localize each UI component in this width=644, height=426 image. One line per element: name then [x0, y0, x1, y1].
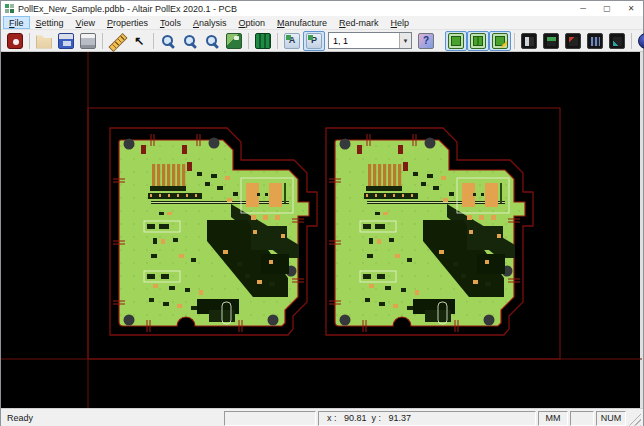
save-icon — [58, 33, 74, 49]
menu-item-label: Tools — [160, 18, 181, 28]
measure-button[interactable] — [106, 31, 128, 51]
menu-item-label: Analysis — [193, 18, 227, 28]
status-units: MM — [538, 411, 568, 426]
board-position-combo[interactable]: 1, 1▼ — [328, 32, 412, 49]
toolbar-separator — [514, 33, 515, 49]
pcb-canvas[interactable] — [1, 52, 643, 408]
pcb-board-left — [110, 128, 317, 335]
status-coordinates: x : 90.81 y : 91.37 — [318, 411, 536, 426]
window-title: PollEx_New_Sample.pdbb - Altair PollEx 2… — [18, 4, 571, 14]
measure-icon — [109, 33, 125, 49]
menu-item-setting[interactable]: Setting — [30, 16, 70, 29]
part-layer-icon: P — [306, 33, 322, 49]
title-bar: PollEx_New_Sample.pdbb - Altair PollEx 2… — [1, 1, 643, 16]
open-folder-icon — [36, 33, 52, 49]
menu-item-red-mark[interactable]: Red-mark — [333, 16, 385, 29]
layer-top-button[interactable] — [518, 31, 540, 51]
menu-item-help[interactable]: Help — [385, 16, 416, 29]
combo-value: 1, 1 — [333, 36, 348, 46]
layer-bottom-button[interactable] — [540, 31, 562, 51]
print-icon — [80, 33, 96, 49]
select-arrow-button[interactable]: ↖ — [128, 31, 150, 51]
layer-drill-button[interactable] — [606, 31, 628, 51]
pcb-board-right — [326, 128, 533, 335]
select-arrow-icon: ↖ — [131, 33, 147, 49]
toolbar-separator — [248, 33, 249, 49]
layer-bottom-icon — [543, 33, 559, 49]
artwork-layer-button[interactable]: A — [281, 31, 303, 51]
zoom-in-button[interactable]: + — [157, 31, 179, 51]
board-edit-icon — [492, 33, 508, 49]
menu-item-analysis[interactable]: Analysis — [187, 16, 233, 29]
status-empty-panel — [224, 411, 316, 426]
menu-item-file[interactable]: File — [3, 16, 30, 29]
view-front-button[interactable] — [635, 31, 644, 51]
zoom-window-icon — [204, 33, 220, 49]
part-layer-button[interactable]: P — [303, 31, 325, 51]
view-front-icon — [638, 33, 644, 49]
menu-item-label: Help — [391, 18, 410, 28]
component-help-button[interactable]: ? — [415, 31, 437, 51]
menu-item-properties[interactable]: Properties — [101, 16, 154, 29]
open-pdb-button[interactable] — [4, 31, 26, 51]
close-button[interactable]: ✕ — [619, 1, 643, 16]
app-window: PollEx_New_Sample.pdbb - Altair PollEx 2… — [0, 0, 644, 426]
menu-item-label: View — [76, 18, 95, 28]
menu-bar: FileSettingViewPropertiesToolsAnalysisOp… — [1, 16, 643, 30]
board-bottom-icon — [470, 33, 486, 49]
artwork-layer-icon: A — [284, 33, 300, 49]
layer-signal-icon — [565, 33, 581, 49]
open-pdb-icon — [7, 33, 23, 49]
menu-item-option[interactable]: Option — [233, 16, 272, 29]
layer-signal-button[interactable] — [562, 31, 584, 51]
status-ready: Ready — [3, 413, 222, 423]
fit-view-icon — [226, 33, 242, 49]
zoom-window-button[interactable] — [201, 31, 223, 51]
resize-grip[interactable] — [628, 411, 641, 426]
zoom-in-icon: + — [160, 33, 176, 49]
menu-item-label: Red-mark — [339, 18, 379, 28]
print-button[interactable] — [77, 31, 99, 51]
toolbar-separator — [277, 33, 278, 49]
component-help-icon: ? — [418, 33, 434, 49]
board-top-icon — [448, 33, 464, 49]
board-bottom-button[interactable] — [467, 31, 489, 51]
pcb-viewport[interactable] — [1, 52, 642, 408]
zoom-out-button[interactable]: − — [179, 31, 201, 51]
toolbar-separator — [631, 33, 632, 49]
menu-item-label: Manufacture — [277, 18, 327, 28]
menu-item-label: File — [9, 18, 24, 28]
save-button[interactable] — [55, 31, 77, 51]
status-bar: Ready x : 90.81 y : 91.37 MM NUM — [1, 408, 643, 426]
maximize-button[interactable]: ▢ — [595, 1, 619, 16]
layer-plane-icon — [587, 33, 603, 49]
menu-item-manufacture[interactable]: Manufacture — [271, 16, 333, 29]
zoom-out-icon: − — [182, 33, 198, 49]
board-view-button[interactable] — [252, 31, 274, 51]
combo-dropdown-icon[interactable]: ▼ — [399, 33, 411, 48]
menu-item-tools[interactable]: Tools — [154, 16, 187, 29]
status-numlock: NUM — [596, 411, 626, 426]
board-top-button[interactable] — [445, 31, 467, 51]
layer-drill-icon — [609, 33, 625, 49]
menu-item-view[interactable]: View — [70, 16, 101, 29]
layer-top-icon — [521, 33, 537, 49]
open-folder-button[interactable] — [33, 31, 55, 51]
board-view-icon — [255, 33, 271, 49]
toolbar-separator — [102, 33, 103, 49]
toolbar-separator — [29, 33, 30, 49]
menu-item-label: Option — [239, 18, 266, 28]
menu-item-label: Setting — [36, 18, 64, 28]
layer-plane-button[interactable] — [584, 31, 606, 51]
toolbar-separator — [153, 33, 154, 49]
menu-item-label: Properties — [107, 18, 148, 28]
minimize-button[interactable]: ─ — [571, 1, 595, 16]
fit-view-button[interactable] — [223, 31, 245, 51]
app-icon — [5, 4, 14, 13]
board-edit-button[interactable] — [489, 31, 511, 51]
toolbar: ↖+−AP1, 1▼?▾ — [1, 30, 643, 52]
status-empty-panel-2 — [570, 411, 594, 426]
